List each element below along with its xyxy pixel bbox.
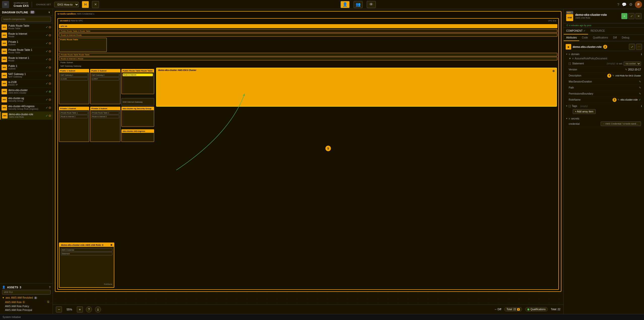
sidebar-item-eks-sg[interactable]: aws eks-cluster-sg Security Group ✓ ⊙	[0, 96, 53, 104]
eks-cluster-node: demo-eks-cluster AWS EKS Cluster ⊕	[156, 68, 557, 107]
tags-info-icon[interactable]: ℹ	[641, 105, 642, 107]
public2-node: Public 2 Subnet NAT Gateway 2 si-6637	[90, 69, 120, 104]
asset-item-iam-role-principal[interactable]: AWS IAM Role Principal	[2, 308, 51, 312]
left-sidebar: DIAGRAM OUTLINE 22 ▼ aws Public Route Ta…	[0, 9, 53, 314]
public-route-table-node: Public Route Table	[59, 38, 107, 52]
diff-label[interactable]: ↔ Diff	[494, 308, 501, 311]
subtab-diff[interactable]: Diff	[611, 35, 619, 41]
sidebar-item-private-route-table[interactable]: aws Private Route Table 1 Route Table ✓ …	[0, 47, 53, 55]
public-subnet-text: Public Subnet	[60, 61, 73, 64]
statement-value: (empty) ⊙ set: via socket	[604, 62, 641, 66]
item-aws-icon: aws	[2, 81, 7, 86]
person-icon: 👤	[2, 286, 6, 289]
nav-h-btn[interactable]: H	[82, 1, 89, 8]
zoom-out-btn[interactable]: −	[56, 306, 62, 312]
item-aws-icon: aws	[2, 65, 7, 70]
sidebar-item-si2108[interactable]: aws si-2108 Elastic IP ✓ ⊙	[0, 79, 53, 88]
help-icon[interactable]: ?	[617, 2, 619, 7]
close-btn[interactable]: ✕	[635, 13, 641, 19]
private1-node: Private 1 Subnet Private Route Table 1 R…	[59, 107, 89, 142]
item-name: Route to Internet	[8, 32, 44, 35]
route-internet-inner: Route to Internet	[123, 73, 153, 76]
assets-search-input[interactable]	[2, 290, 51, 295]
eks-ingress-header: eks-cluster-443-ingress	[122, 130, 154, 133]
asset-group-header[interactable]: ▼ aws AWS IAM Revisited 3	[2, 296, 51, 300]
status-dot	[527, 308, 529, 310]
subtab-attributes[interactable]: Attributes	[564, 35, 579, 41]
public-subnet-label: Public Subnet	[59, 61, 557, 64]
item-name: eks-cluster-443-ingress	[8, 105, 44, 108]
item-type: Subnet	[8, 67, 44, 70]
sidebar-item-route-to-internet[interactable]: aws Route to Internet Route ✓ ⊙	[0, 31, 53, 39]
sidebar-item-nat-gateway[interactable]: aws NAT Gateway 1 NAT Gateway ✓ ⊙	[0, 71, 53, 79]
settings-btn[interactable]: ⋯	[636, 44, 642, 50]
secrets-header[interactable]: ▼ ≡ secrets	[566, 116, 642, 121]
permboundary-edit-icon[interactable]: ✎	[639, 92, 641, 95]
warning-icon: ⊙	[49, 74, 51, 77]
expand-btn[interactable]: ⤢	[628, 13, 634, 19]
sidebar-item-public-route-table[interactable]: aws Public Route Table Route Table ✓ ⊙	[0, 23, 53, 31]
edit-expand-btn[interactable]: ⤢	[629, 44, 635, 50]
rolename-edit-icon[interactable]: ✎	[618, 98, 620, 101]
tags-bracket-icon: [ ]	[569, 105, 571, 107]
asset-item-iam-role-policy[interactable]: AWS IAM Role Policy	[2, 304, 51, 308]
person-icon-btn[interactable]: 👤	[341, 1, 350, 8]
item-type: Security Group	[8, 100, 44, 102]
public1-header: Public 1 Subnet	[59, 69, 89, 72]
users-icon-btn[interactable]: 👥	[354, 1, 363, 8]
eye-icon-btn[interactable]: 👁	[367, 1, 376, 8]
path-edit-icon[interactable]: ✎	[639, 86, 641, 89]
filter-icon[interactable]: ▼	[48, 11, 51, 14]
search-input[interactable]	[2, 17, 51, 22]
warning-icon: ⊙	[49, 106, 51, 109]
item-icons: ✓ ⊙	[46, 42, 51, 45]
chat-icon[interactable]: 💬	[622, 2, 627, 7]
diagram-canvas[interactable]: sr-tools-sandbox AWS Credential 1 us-eas…	[53, 9, 563, 304]
zoom-in-btn[interactable]: +	[77, 306, 83, 312]
domain-info-icon[interactable]: ℹ	[641, 53, 642, 56]
qualifications-text: Qualifications	[530, 308, 546, 311]
private-rt-text: Private Route Table Route Table	[61, 54, 89, 56]
item-aws-icon: aws	[2, 89, 7, 94]
domain-header[interactable]: ▼ ≡ domain ℹ	[566, 52, 642, 56]
sidebar-item-public1[interactable]: aws Public 1 Subnet ✓ ⊙	[0, 63, 53, 71]
sidebar-item-eks-ingress[interactable]: aws eks-cluster-443-ingress Security Gro…	[0, 104, 53, 112]
download-btn[interactable]: ⤓	[95, 306, 101, 312]
assets-help-icon[interactable]: ?	[49, 286, 51, 289]
sidebar-item-demo-eks-role[interactable]: aws demo-eks-cluster-role AWS IAM Role ✓…	[0, 112, 53, 120]
sidebar-item-route-internet-1[interactable]: aws Route to Internet 1 Route ✓ ⊙	[0, 55, 53, 63]
settings-icon[interactable]: ⚙	[629, 2, 632, 7]
change-set-dropdown[interactable]: EKS How-to	[54, 2, 79, 7]
nat-gateway-label: NAT Gateway Gateway	[59, 64, 557, 67]
group-name: AWS IAM Revisited	[11, 296, 33, 299]
statement-empty: (empty)	[607, 62, 615, 65]
sidebar-item-private1[interactable]: aws Private 1 Subnet ✓ ⊙	[0, 39, 53, 47]
nav-del-btn[interactable]: ✕	[92, 1, 99, 8]
item-aws-icon: aws	[2, 49, 7, 54]
add-array-btn[interactable]: + Add array item	[573, 109, 596, 114]
asset-item-iam-role[interactable]: AWS IAM Role ①	[2, 300, 51, 304]
user-avatar[interactable]: P	[635, 1, 642, 8]
diagram-outline-header: DIAGRAM OUTLINE 22 ▼	[0, 9, 53, 16]
sidebar-item-demo-eks-cluster[interactable]: aws demo-eks-cluster AWS EKS Cluster ✓ ⊕	[0, 88, 53, 96]
tags-header[interactable]: ▼ [ ] Tags (empty) ℹ	[566, 104, 642, 108]
via-socket-select[interactable]: via socket	[624, 62, 641, 66]
item-text: Public Route Table Route Table	[8, 24, 44, 30]
version-edit-icon[interactable]: ✎	[625, 68, 627, 71]
help-btn[interactable]: ?	[86, 306, 92, 312]
desc-edit-icon[interactable]: ✎	[612, 74, 614, 77]
maxsession-edit-icon[interactable]: ✎	[639, 80, 641, 83]
version-value: ✎ 2012-10-17	[600, 68, 641, 71]
add-resource-btn[interactable]: +	[621, 13, 627, 19]
subtab-code[interactable]: Code	[579, 35, 590, 41]
tab-resource[interactable]: RESOURCE	[588, 28, 607, 34]
tags-chevron: ▼	[566, 105, 568, 107]
si2108-inner: si-2108	[60, 77, 88, 81]
subtab-qualifications[interactable]: Qualifications	[590, 35, 611, 41]
si-eip-inner: si-6637	[91, 77, 119, 81]
attr-component-header: ▣ demo-eks-cluster-role 2 ⤢ ⋯	[566, 43, 642, 51]
tab-component[interactable]: COMPONENT ✓	[564, 28, 588, 34]
item-text: eks-cluster-443-ingress Security Group R…	[8, 105, 44, 110]
zoom-level: 55%	[65, 308, 74, 311]
subtab-debug[interactable]: Debug	[619, 35, 632, 41]
